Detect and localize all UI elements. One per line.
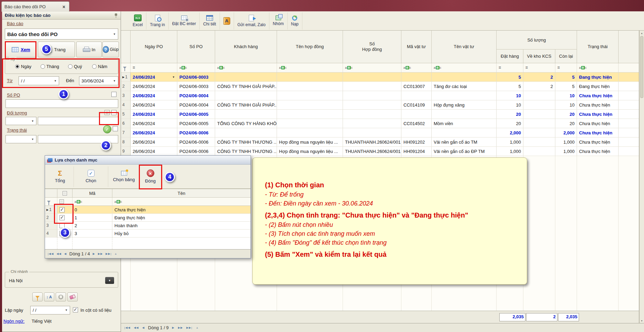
cell-ma-vat-tu[interactable] bbox=[401, 73, 432, 81]
cell-khach-hang[interactable]: CÔNG TY TNHH THƯƠNG ... bbox=[215, 147, 277, 156]
so-po-checkbox[interactable] bbox=[111, 92, 116, 97]
table-row[interactable]: ▶7 26/06/2024▼ PO24/06-0006 2,000 2,000 … bbox=[121, 128, 639, 137]
cell-trang-thai[interactable]: Chưa thực hiện bbox=[577, 119, 619, 128]
cell-trang-thai[interactable]: Chưa thực hiện bbox=[577, 110, 619, 119]
cell-khach-hang[interactable]: CÔNG TY TNHH THƯƠNG ... bbox=[215, 137, 277, 146]
trang-in-button[interactable]: Trang in bbox=[146, 12, 169, 30]
next-page-icon[interactable]: ▶ bbox=[172, 326, 175, 329]
checkbox-all-icon[interactable] bbox=[63, 191, 67, 196]
dialog-cell-ma[interactable]: 0 bbox=[73, 206, 112, 213]
trang-thai-checkbox[interactable] bbox=[113, 126, 118, 131]
cell-so-hop-dong[interactable] bbox=[343, 110, 401, 119]
cell-ve-kho[interactable] bbox=[523, 100, 555, 109]
cell-khach-hang[interactable] bbox=[215, 110, 277, 119]
cell-ngay-po[interactable]: 24/06/2024▼ bbox=[131, 119, 177, 128]
cell-ma-vat-tu[interactable] bbox=[401, 91, 432, 100]
dialog-cell-ten[interactable]: Hủy bỏ bbox=[112, 230, 251, 237]
header-ngay-po[interactable]: Ngày PO bbox=[131, 31, 177, 63]
cell-con-lai[interactable]: 5 bbox=[555, 73, 577, 81]
cell-trang-thai[interactable]: Chưa thực hiện bbox=[577, 137, 619, 146]
multi-select-check-icon[interactable] bbox=[103, 125, 111, 133]
cell-so-po[interactable]: PO24/06-0005 bbox=[177, 119, 215, 128]
cell-con-lai[interactable]: 20 bbox=[555, 119, 577, 128]
filter-so-hop-dong[interactable] bbox=[343, 63, 401, 72]
cell-ten-hop-dong[interactable] bbox=[277, 119, 343, 128]
cell-dat-hang[interactable]: 20 bbox=[497, 119, 523, 128]
cell-so-hop-dong[interactable] bbox=[343, 73, 401, 81]
bracket-icon[interactable]: [ ] bbox=[104, 110, 110, 115]
scroll-down-icon[interactable]: ▼ bbox=[640, 318, 644, 323]
cell-ma-vat-tu[interactable]: HH091202 bbox=[401, 137, 432, 146]
nap-button[interactable]: Nạp bbox=[288, 12, 302, 30]
cell-ten-hop-dong[interactable]: Hợp đồng mua nguyên liệu ... bbox=[277, 137, 343, 146]
cell-so-po[interactable]: PO24/06-0006 bbox=[177, 147, 215, 156]
radio-ngay[interactable]: Ngày bbox=[15, 64, 31, 69]
header-so-po[interactable]: Số PO bbox=[177, 31, 215, 63]
sort-tool-button[interactable] bbox=[44, 292, 54, 301]
filter-ma-vat-tu[interactable] bbox=[401, 63, 432, 72]
cell-ve-kho[interactable] bbox=[523, 91, 555, 100]
cell-ma-vat-tu[interactable]: CC014109 bbox=[401, 100, 432, 109]
cell-con-lai[interactable]: 10 bbox=[555, 91, 577, 100]
radio-thang[interactable]: Tháng bbox=[41, 64, 59, 69]
dialog-cell-ma[interactable]: 1 bbox=[73, 214, 112, 221]
cell-so-hop-dong[interactable] bbox=[343, 128, 401, 137]
cell-ten-vat-tu[interactable] bbox=[432, 91, 497, 100]
cell-so-po[interactable]: PO24/06-0003 bbox=[177, 73, 215, 81]
cell-ngay-po[interactable]: 24/06/2024▼ bbox=[131, 110, 177, 119]
cell-trang-thai[interactable]: Chưa thực hiện bbox=[577, 128, 619, 137]
radio-nam-icon[interactable] bbox=[92, 64, 97, 69]
dialog-cell-ten[interactable]: Hoàn thành bbox=[112, 222, 251, 229]
table-row[interactable]: ▶2 24/06/2024▼ PO24/06-0003 CÔNG TY TNHH… bbox=[121, 82, 639, 91]
header-trang-thai[interactable]: Trạng thái bbox=[577, 31, 619, 63]
row-checkbox[interactable] bbox=[59, 215, 65, 220]
cell-dat-hang[interactable]: 5 bbox=[497, 73, 523, 81]
refresh-tool-button[interactable] bbox=[56, 292, 66, 301]
cell-so-hop-dong[interactable] bbox=[343, 100, 401, 109]
clear-tool-button[interactable] bbox=[67, 292, 78, 301]
radio-nam[interactable]: Năm bbox=[92, 64, 107, 69]
filter-con-lai[interactable] bbox=[555, 63, 577, 72]
xem-button[interactable]: Xem bbox=[5, 42, 36, 57]
header-ma-vat-tu[interactable]: Mã vật tư bbox=[401, 31, 432, 63]
dong-button[interactable]: Đóng bbox=[140, 166, 161, 187]
cell-ma-vat-tu[interactable] bbox=[401, 110, 432, 119]
pin-icon[interactable] bbox=[114, 13, 118, 18]
filter-ngay-po[interactable] bbox=[131, 63, 177, 72]
cell-ten-vat-tu[interactable]: Mồm viền bbox=[432, 119, 497, 128]
cell-ten-hop-dong[interactable]: Hợp đồng mua nguyên liệu ... bbox=[277, 147, 343, 156]
cell-ngay-po[interactable]: 26/06/2024▼ bbox=[131, 147, 177, 156]
language-link[interactable]: Ngôn ngữ: bbox=[3, 319, 24, 324]
report-label[interactable]: Báo cáo bbox=[7, 21, 23, 26]
cell-ten-vat-tu[interactable] bbox=[432, 110, 497, 119]
dialog-filter-ma[interactable] bbox=[73, 198, 112, 206]
header-so-luong[interactable]: Số lượng bbox=[497, 31, 577, 49]
cell-ten-hop-dong[interactable] bbox=[277, 82, 343, 91]
chevron-down-icon[interactable]: ▼ bbox=[31, 120, 34, 123]
cell-con-lai[interactable]: 1,000 bbox=[555, 137, 577, 146]
font-button[interactable]: A bbox=[220, 12, 234, 30]
header-ten-hop-dong[interactable]: Tên hợp đồng bbox=[277, 31, 343, 63]
cell-ngay-po[interactable]: 24/06/2024▼ bbox=[131, 91, 177, 100]
cell-so-po[interactable]: PO24/06-0004 bbox=[177, 100, 215, 109]
cell-con-lai[interactable]: 2,000 bbox=[555, 128, 577, 137]
lap-ngay-input[interactable]: / /▼ bbox=[30, 306, 70, 314]
chevron-down-icon[interactable]: ▼ bbox=[31, 138, 34, 141]
dialog-filter-ten[interactable] bbox=[112, 198, 251, 206]
so-po-label[interactable]: Số PO bbox=[7, 92, 20, 98]
collapse-icon[interactable]: ▲ bbox=[196, 326, 199, 329]
cell-ve-kho[interactable]: 2 bbox=[523, 82, 555, 91]
excel-button[interactable]: Excel bbox=[129, 12, 146, 30]
report-tab[interactable]: Báo cáo theo dõi PO × bbox=[1, 1, 69, 12]
table-row[interactable]: ▶4 24/06/2024▼ PO24/06-0004 CÔNG TY TNHH… bbox=[121, 100, 639, 110]
header-ten-vat-tu[interactable]: Tên vật tư bbox=[432, 31, 497, 63]
header-dat-hang[interactable]: Đặt hàng bbox=[497, 49, 523, 63]
chevron-down-icon[interactable]: ▼ bbox=[105, 277, 114, 284]
cell-dat-hang[interactable]: 1,000 bbox=[497, 137, 523, 146]
cell-ve-kho[interactable] bbox=[523, 110, 555, 119]
cell-ten-vat-tu[interactable]: Vải nền gắn cổ áo TM bbox=[432, 137, 497, 146]
dialog-filter-checkbox[interactable] bbox=[57, 198, 73, 206]
prev-fast-icon[interactable]: ◀◀ bbox=[134, 326, 138, 329]
filter-ten-vat-tu[interactable] bbox=[432, 63, 497, 72]
last-page-icon[interactable]: ▶▶| bbox=[186, 326, 192, 329]
